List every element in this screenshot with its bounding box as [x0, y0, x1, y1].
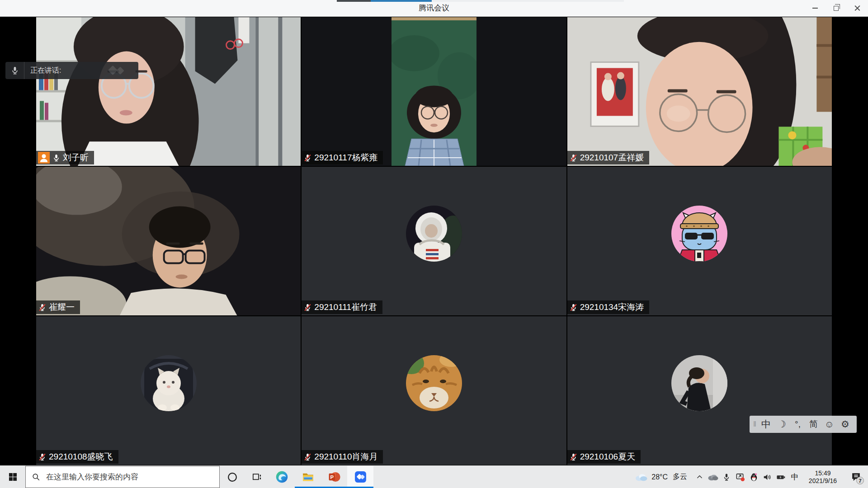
windows-taskbar: P 28°C 多云	[0, 465, 868, 488]
battery-icon	[776, 473, 786, 482]
participant-name: 29210117杨紫雍	[314, 152, 377, 164]
tray-qq[interactable]	[747, 466, 760, 488]
close-icon	[854, 5, 860, 11]
ime-fullwidth-toggle-icon[interactable]: ☽	[774, 419, 790, 430]
search-input[interactable]	[46, 473, 200, 482]
portrait-video-strip	[302, 17, 566, 166]
cortana-button[interactable]	[220, 466, 245, 488]
tray-microphone[interactable]	[720, 466, 733, 488]
ime-punctuation-toggle[interactable]: °,	[790, 419, 806, 429]
participant-name-tag: 刘子昕	[36, 151, 94, 164]
ime-drag-handle[interactable]: ‖	[753, 420, 758, 429]
participant-name-tag: 29210106夏天	[567, 450, 641, 464]
tray-onedrive[interactable]	[706, 466, 720, 488]
participant-avatar	[671, 355, 727, 411]
participant-tile-xiaohaiyue[interactable]: 29210110肖海月	[302, 316, 566, 465]
participant-tile-shengxiaofei[interactable]: 29210108盛晓飞	[36, 316, 301, 465]
mic-muted-icon	[569, 303, 578, 312]
weather-cloud-icon	[635, 473, 647, 481]
participant-name-tag: 29210108盛晓飞	[36, 450, 118, 464]
screen-share-icon	[736, 472, 745, 482]
participant-name-tag: 29210110肖海月	[302, 450, 383, 464]
task-view-icon	[251, 471, 263, 483]
participant-name: 29210111崔竹君	[314, 301, 377, 313]
close-button[interactable]	[847, 0, 868, 16]
clock-time: 15:49	[815, 469, 830, 477]
ime-charset-toggle[interactable]: 简	[806, 418, 821, 430]
chevron-up-icon	[696, 473, 703, 481]
ime-toolbar: ‖ 中 ☽ °, 简 ☺ ⚙	[750, 416, 857, 433]
participant-name: 刘子昕	[63, 152, 89, 164]
participant-name: 29210108盛晓飞	[49, 451, 113, 463]
taskbar-app-powerpoint[interactable]: P	[321, 466, 347, 488]
speaker-icon	[763, 473, 772, 482]
start-button[interactable]	[0, 466, 25, 488]
taskbar-app-tencent-meeting[interactable]	[347, 466, 373, 488]
search-icon	[32, 473, 40, 481]
participant-avatar	[406, 355, 462, 411]
participant-tile-xiatian[interactable]: 29210106夏天	[567, 316, 832, 465]
windows-logo-icon	[9, 473, 17, 481]
desktop-screen: 腾讯会议	[0, 0, 868, 488]
mic-on-icon	[52, 154, 61, 162]
taskbar-weather[interactable]: 28°C 多云	[630, 466, 693, 488]
participant-tile-songhaitao[interactable]: 29210134宋海涛	[567, 167, 832, 315]
restore-icon	[834, 6, 839, 11]
ime-language-toggle[interactable]: 中	[758, 418, 774, 431]
microphone-icon	[5, 62, 24, 79]
background-window-edge	[337, 0, 624, 2]
mic-muted-icon	[303, 303, 312, 312]
edge-icon	[275, 470, 288, 483]
powerpoint-icon: P	[328, 470, 341, 483]
svg-text:P: P	[330, 474, 334, 480]
participant-name-tag: 29210107孟祥媛	[567, 151, 650, 164]
meeting-logo-watermark-icon	[99, 64, 134, 79]
participant-name: 29210110肖海月	[314, 451, 377, 463]
participant-tile-cuiyaoyi[interactable]: 崔耀一	[36, 167, 301, 315]
participant-name-tag: 崔耀一	[36, 300, 80, 314]
weather-condition: 多云	[673, 472, 687, 482]
participant-tile-liuzixin[interactable]: 刘子昕	[36, 17, 301, 166]
notification-count-badge: 7	[856, 477, 864, 484]
mic-muted-icon	[38, 453, 47, 461]
cortana-icon	[226, 471, 238, 483]
speaking-banner-label: 正在讲话:	[24, 66, 61, 75]
action-center-button[interactable]: 7	[844, 466, 868, 488]
restore-button[interactable]	[826, 0, 847, 16]
mic-muted-icon	[303, 453, 312, 461]
minimize-icon	[812, 8, 818, 9]
participant-tile-mengxiangyuan[interactable]: 29210107孟祥媛	[567, 17, 832, 166]
participant-tile-cuizhujun[interactable]: 29210111崔竹君	[302, 167, 566, 315]
meeting-video-stage: 刘子昕	[0, 17, 868, 465]
mic-muted-icon	[38, 303, 47, 312]
taskbar-app-edge[interactable]	[269, 466, 295, 488]
tencent-meeting-icon	[354, 470, 367, 483]
tray-battery[interactable]	[774, 466, 788, 488]
tray-meeting-share[interactable]	[733, 466, 747, 488]
participant-avatar	[141, 355, 197, 411]
taskbar-search[interactable]	[25, 466, 220, 488]
mic-muted-icon	[303, 154, 312, 162]
minimize-button[interactable]	[804, 0, 826, 16]
participant-grid: 刘子昕	[36, 17, 832, 465]
participant-name: 29210107孟祥媛	[580, 152, 644, 164]
tray-show-hidden-icons[interactable]	[693, 466, 706, 488]
speaking-banner: 正在讲话:	[5, 62, 138, 79]
participant-name: 29210134宋海涛	[580, 301, 644, 313]
host-member-badge-icon	[38, 152, 50, 164]
ime-emoji-button-icon[interactable]: ☺	[821, 419, 837, 430]
participant-name: 崔耀一	[49, 301, 75, 313]
window-titlebar: 腾讯会议	[0, 0, 868, 17]
clock-date: 2021/9/16	[809, 477, 837, 485]
participant-name-tag: 29210111崔竹君	[302, 300, 382, 314]
ime-settings-button-icon[interactable]: ⚙	[837, 419, 853, 430]
participant-tile-yangziyong[interactable]: 29210117杨紫雍	[302, 17, 566, 166]
tray-ime-mode[interactable]: 中	[788, 466, 802, 488]
taskbar-clock[interactable]: 15:49 2021/9/16	[802, 466, 844, 488]
task-view-button[interactable]	[245, 466, 269, 488]
window-title: 腾讯会议	[0, 0, 868, 16]
qq-penguin-icon	[750, 473, 758, 481]
taskbar-app-file-explorer[interactable]	[295, 466, 321, 488]
participant-name-tag: 29210134宋海涛	[567, 300, 650, 314]
tray-volume[interactable]	[760, 466, 774, 488]
